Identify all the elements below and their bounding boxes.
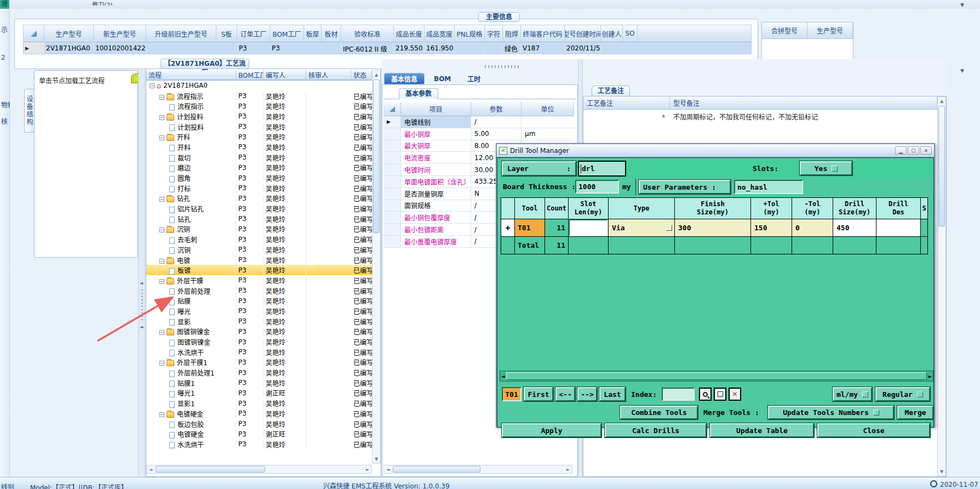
calc-drills-button[interactable]: Calc Drills (605, 423, 707, 437)
subtab-basic-params[interactable]: 基本参数 (399, 88, 438, 99)
tab-BOM[interactable]: BOM (427, 73, 458, 84)
col-字符[interactable]: 字符 (485, 25, 503, 42)
tree-node-label[interactable]: 曝光1 (177, 390, 195, 397)
update-table-button[interactable]: Update Table (710, 423, 814, 437)
col-终端客户代码[interactable]: 终端客户代码 (521, 25, 565, 42)
remarks-vscrollbar[interactable]: ▲ ▼ (937, 96, 946, 476)
col-成品长度[interactable]: 成品长度 (394, 25, 425, 42)
tree-node-流程指示[interactable]: 流程指示P3吴艳玲已编写 (146, 101, 372, 111)
board-thickness-input[interactable]: 1000 (575, 180, 619, 194)
col-S板[interactable]: S板 (216, 25, 237, 42)
update-tools-numbers-dropdown[interactable]: Update Tools Numbers (768, 406, 894, 419)
tree-node-label[interactable]: 计划投料 (177, 124, 204, 132)
collapse-icon[interactable]: − (159, 259, 164, 264)
tree-node-label[interactable]: 钻孔 (177, 195, 190, 203)
tree-node-label[interactable]: 流程指示 (177, 103, 204, 111)
tree-node-铝片钻孔[interactable]: 铝片钻孔P3吴艳玲已编写 (146, 203, 372, 214)
tree-node-流程指示[interactable]: −流程指示P3吴艳玲已编写 (146, 91, 372, 101)
collapse-icon[interactable]: − (159, 279, 164, 284)
tree-node-裁切[interactable]: 裁切P3吴艳玲已编写 (146, 152, 372, 163)
zoom-icon-button[interactable] (699, 388, 712, 401)
index-input[interactable] (662, 388, 695, 401)
tree-node-label[interactable]: 电镀硬金 (177, 411, 203, 418)
tree-col-编写人[interactable]: 编写人 (263, 70, 306, 80)
tree-node-label[interactable]: 外层干膜 (177, 277, 203, 285)
tree-node-电镀硬金[interactable]: −电镀硬金P3吴艳玲已编写 (146, 408, 372, 419)
tree-node-label[interactable]: 打标 (177, 185, 191, 193)
minimize-button[interactable]: ▁ (895, 146, 907, 155)
col-成品宽度[interactable]: 成品宽度 (425, 25, 455, 42)
col-PNL规格[interactable]: PNL规格 (455, 25, 485, 42)
collapse-icon[interactable]: − (159, 115, 164, 120)
drill-size-input[interactable]: 450 (833, 219, 876, 237)
table-row[interactable]: ▶2V1871HGA010010200142254P3P3IPC-6012 II… (24, 42, 751, 54)
col-板厚[interactable]: 板厚 (304, 25, 322, 42)
tree-col-状态[interactable]: 状态 (351, 70, 372, 80)
col-selector[interactable] (638, 25, 752, 42)
tree-node-label[interactable]: 圆角 (177, 175, 191, 183)
user-parameters-input[interactable]: no_hasl (734, 180, 803, 194)
plus-tol-input[interactable]: 150 (750, 219, 792, 237)
param-value[interactable]: / (471, 116, 521, 128)
tree-col-BOM工厂[interactable]: BOM工厂 (236, 70, 263, 80)
tree-node-label[interactable]: 外层前处理1 (177, 369, 215, 377)
tree-node-沉铜[interactable]: −沉铜P3吴艳玲已编写 (146, 224, 372, 235)
tab-基本信息[interactable]: 基本信息 (384, 73, 425, 84)
param-row-电镀线别[interactable]: ▶电镀线别/ (383, 116, 574, 128)
col-升级前旧生产型号[interactable]: 升级前旧生产型号 (146, 25, 216, 42)
tree-node-label[interactable]: 贴膜1 (177, 380, 195, 388)
col-process-remark[interactable]: 工艺备注 (583, 96, 670, 110)
tree-col-核审人[interactable]: 核审人 (306, 70, 351, 80)
tree-node-label[interactable]: 2V1871HGA0 (163, 82, 208, 89)
collapse-icon[interactable]: − (150, 83, 154, 88)
apply-button[interactable]: Apply (502, 423, 601, 437)
col-SO[interactable]: SO (623, 25, 638, 42)
device-structure-tab[interactable]: 设备结构 (24, 89, 35, 133)
collapse-icon[interactable]: − (159, 95, 164, 100)
prev-button[interactable]: <-- (555, 387, 575, 401)
collapse-icon[interactable]: − (159, 228, 164, 232)
close-button[interactable]: ✕ (920, 146, 932, 155)
tree-node-label[interactable]: 显影1 (177, 400, 195, 408)
unit-dropdown[interactable]: ml/my (833, 387, 872, 401)
tree-node-label[interactable]: 沉铜 (177, 247, 191, 254)
tree-node-label[interactable]: 板镀 (177, 267, 191, 275)
mode-dropdown[interactable]: Regular (875, 387, 930, 401)
tab-工时[interactable]: 工时 (460, 73, 488, 84)
params-hscrollbar[interactable]: ◄ ► (383, 465, 572, 474)
col-阻焊[interactable]: 阻焊 (503, 25, 521, 42)
tree-node-label[interactable]: 电镀硬金 (177, 431, 204, 439)
minus-tol-input[interactable]: 0 (792, 219, 833, 237)
param-value[interactable]: 5.00 (471, 128, 521, 140)
dialog-titlebar[interactable]: ✕ Drill Tool Manager ▁ ☐ ✕ (497, 144, 934, 157)
collapse-icon[interactable]: − (159, 197, 164, 202)
tree-node-label[interactable]: 电镀 (177, 257, 190, 265)
tree-node-圆角[interactable]: 圆角P3吴艳玲已编写 (146, 173, 372, 183)
col-BOM工厂[interactable]: BOM工厂 (270, 25, 304, 42)
tree-node-计划投料[interactable]: 计划投料P3吴艳玲已编写 (146, 122, 372, 132)
tree-node-贴膜1[interactable]: 贴膜1P3吴艳玲已编写 (146, 378, 372, 388)
tree-node-曝光1[interactable]: 曝光1P3谢正旺已编写 (146, 388, 372, 399)
tree-node-板边包胶[interactable]: 板边包胶P3吴艳玲已编写 (146, 419, 372, 429)
param-col-参数[interactable]: 参数 (471, 102, 521, 116)
tree-node-显影1[interactable]: 显影1P3吴艳玲已编写 (146, 398, 372, 408)
drill-des-input[interactable] (876, 219, 921, 237)
col-合拼型号[interactable]: 合拼型号 (762, 22, 807, 39)
delete-icon-button[interactable]: ✕ (729, 388, 741, 401)
tree-node-电镀硬金[interactable]: 电镀硬金P3谢正旺已编写 (146, 429, 372, 439)
tree-hscrollbar[interactable]: ◄ ► (146, 465, 372, 474)
close-dialog-button[interactable]: Close (817, 423, 930, 437)
tree-node-label[interactable]: 板边包胶 (177, 421, 204, 429)
type-dropdown[interactable]: Via (608, 219, 675, 237)
scroll-top-icon[interactable]: ▲ (662, 113, 665, 118)
param-row-最小铜厚[interactable]: 最小铜厚5.00μm (383, 128, 574, 140)
tree-node-外层前处理1[interactable]: 外层前处理1P3吴艳玲已编写 (146, 367, 372, 378)
col-型号创建时间[interactable]: 型号创建时间 (565, 25, 601, 42)
col-新生产型号[interactable]: 新生产型号 (94, 25, 146, 42)
tab-process-remark[interactable]: 工艺备注 (592, 86, 630, 96)
col-创建人[interactable]: 创建人 (601, 25, 623, 42)
col-订单工厂[interactable]: 订单工厂 (237, 25, 270, 42)
tree-col-流程[interactable]: 流程 (146, 70, 236, 80)
tree-node-label[interactable]: 开料 (177, 134, 190, 141)
tree-node-板镀[interactable]: 板镀P3吴艳玲已编写 (146, 265, 372, 275)
